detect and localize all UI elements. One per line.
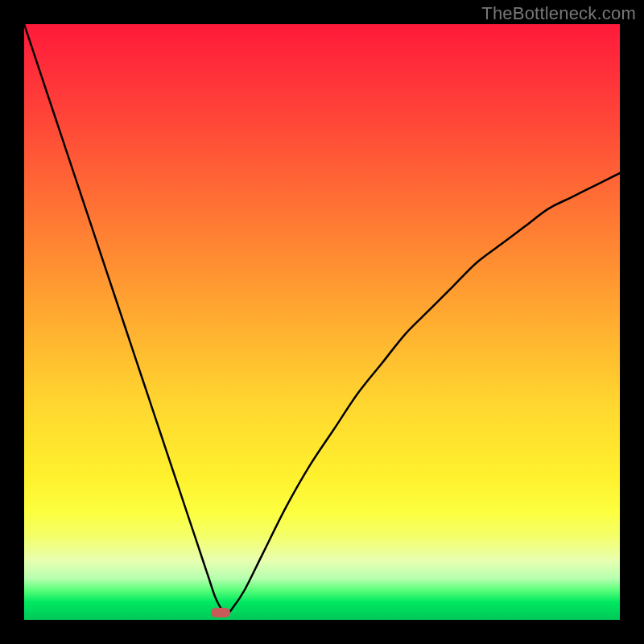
optimal-point-marker	[211, 608, 230, 617]
bottleneck-curve	[24, 24, 620, 620]
plot-area	[24, 24, 620, 620]
watermark-text: TheBottleneck.com	[481, 3, 636, 24]
chart-frame: TheBottleneck.com	[0, 0, 644, 644]
